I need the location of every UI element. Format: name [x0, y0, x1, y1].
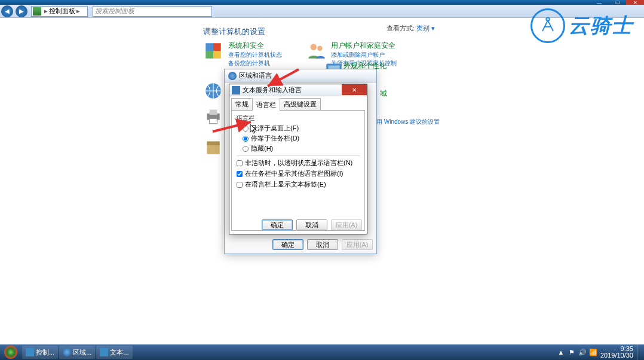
- breadcrumb-sep: ▸: [44, 7, 48, 15]
- taskbar-item-region[interactable]: 区域...: [59, 346, 95, 359]
- check-show-extra-icons[interactable]: 在任务栏中显示其他语言栏图标(I): [237, 169, 360, 178]
- globe-icon: [63, 348, 71, 356]
- shield-icon: [203, 41, 223, 61]
- window-titlebar: — ☐ ✕: [0, 0, 644, 5]
- radio-dock-taskbar[interactable]: 停靠于任务栏(D): [243, 134, 360, 143]
- tray-network-icon[interactable]: 📶: [590, 349, 597, 356]
- cancel-button[interactable]: 取消: [307, 239, 338, 250]
- control-panel-icon: [33, 7, 41, 16]
- check-show-text-labels[interactable]: 在语言栏上显示文本标签(E): [237, 180, 360, 189]
- show-desktop-button[interactable]: [637, 344, 640, 360]
- svg-rect-6: [207, 141, 219, 145]
- breadcrumb-sep: ▸: [76, 7, 80, 15]
- dialog-title-text[interactable]: 文本服务和输入语言 ✕: [229, 84, 367, 96]
- taskbar-item-text-services[interactable]: 文本...: [96, 346, 132, 359]
- svg-point-8: [317, 46, 323, 51]
- ok-button[interactable]: 确定: [272, 239, 303, 250]
- tray-volume-icon[interactable]: 🔊: [579, 349, 586, 356]
- tray-flag-icon[interactable]: ⚑: [568, 349, 575, 356]
- keyboard-icon: [232, 86, 240, 94]
- close-button[interactable]: ✕: [626, 0, 644, 5]
- dialog-close-button[interactable]: ✕: [342, 84, 367, 95]
- tray-clock[interactable]: 9:35 2019/10/30: [600, 346, 633, 359]
- keyboard-icon: [100, 348, 108, 356]
- search-placeholder: 搜索控制面板: [95, 7, 134, 16]
- dialog-text-services: 文本服务和输入语言 ✕ 常规 语言栏 高级键设置 语言栏 悬浮于桌面上(F) 停…: [229, 84, 367, 234]
- group-label: 语言栏: [237, 114, 360, 123]
- system-tray: ▲ ⚑ 🔊 📶 9:35 2019/10/30: [554, 344, 644, 360]
- address-bar[interactable]: ▸ 控制面板 ▸: [31, 6, 88, 17]
- radio-hidden[interactable]: 隐藏(H): [243, 144, 360, 153]
- watermark-logo-icon: [530, 8, 565, 43]
- minimize-button[interactable]: —: [590, 0, 608, 5]
- ok-button[interactable]: 确定: [262, 219, 293, 230]
- tab-pane: 语言栏 悬浮于桌面上(F) 停靠于任务栏(D) 隐藏(H) 非活动时，以透明状态…: [231, 110, 365, 231]
- radio-float-desktop[interactable]: 悬浮于桌面上(F): [243, 124, 360, 133]
- svg-rect-3: [210, 109, 217, 115]
- apply-button[interactable]: 应用(A): [331, 219, 362, 230]
- globe-icon: [228, 72, 237, 80]
- taskbar-item-control-panel[interactable]: 控制...: [22, 346, 58, 359]
- nav-back-button[interactable]: ◀: [1, 5, 13, 17]
- control-panel-icon: [26, 348, 34, 356]
- maximize-button[interactable]: ☐: [608, 0, 626, 5]
- breadcrumb-item[interactable]: 控制面板: [49, 7, 75, 16]
- tab-language-bar[interactable]: 语言栏: [252, 99, 280, 111]
- dialog-title-region: 区域和语言: [225, 69, 376, 83]
- check-transparent-inactive[interactable]: 非活动时，以透明状态显示语言栏(N): [237, 158, 360, 167]
- apply-button[interactable]: 应用(A): [342, 239, 373, 250]
- category-clock-region-tail[interactable]: 域: [380, 89, 387, 99]
- svg-point-7: [310, 44, 317, 50]
- printer-icon: [203, 106, 223, 126]
- start-button[interactable]: [0, 344, 22, 360]
- tab-advanced-keys[interactable]: 高级键设置: [280, 98, 321, 110]
- category-ease-access-link[interactable]: 使用 Windows 建议的设置: [370, 118, 440, 126]
- tray-overflow-icon[interactable]: ▲: [557, 349, 565, 356]
- search-input[interactable]: 搜索控制面板: [93, 6, 212, 17]
- nav-forward-button[interactable]: ▶: [16, 5, 27, 17]
- start-orb-icon: [4, 346, 17, 359]
- watermark-text: 云骑士: [569, 12, 633, 39]
- box-icon: [203, 138, 223, 158]
- tab-strip: 常规 语言栏 高级键设置: [231, 98, 365, 110]
- view-mode[interactable]: 查看方式: 类别 ▾: [387, 24, 435, 33]
- svg-rect-5: [207, 144, 219, 154]
- globe-icon: [203, 81, 223, 101]
- cancel-button[interactable]: 取消: [296, 219, 327, 230]
- taskbar: 控制... 区域... 文本... ▲ ⚑ 🔊 📶 9:35 2019/10/3…: [0, 344, 644, 360]
- people-icon: [306, 41, 326, 61]
- svg-rect-4: [210, 118, 217, 124]
- tab-general[interactable]: 常规: [231, 98, 253, 110]
- watermark: 云骑士: [530, 8, 633, 43]
